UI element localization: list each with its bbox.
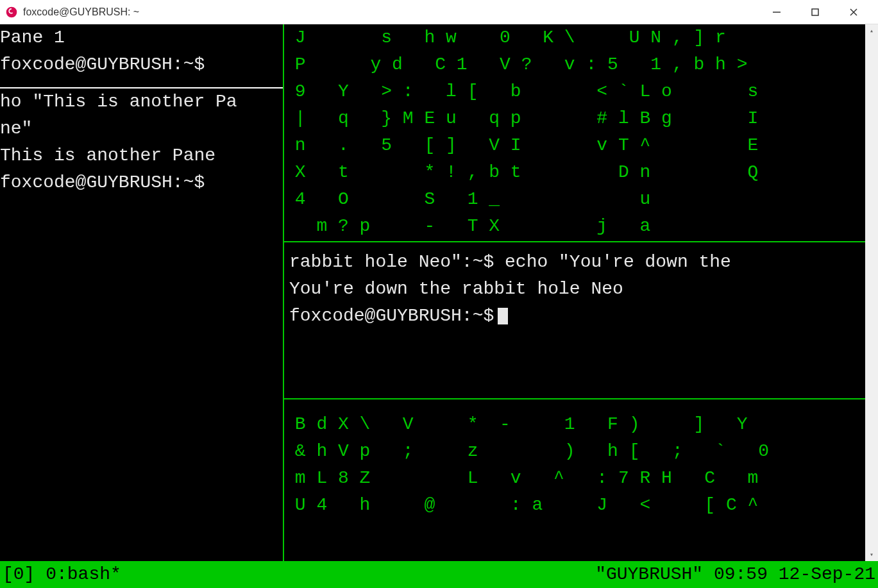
scroll-down-icon[interactable]: ▾ xyxy=(865,548,878,561)
scroll-up-icon[interactable]: ▴ xyxy=(865,24,878,37)
pane-bottom-left[interactable]: ho "This is another Pa ne" This is anoth… xyxy=(0,88,283,561)
window-controls xyxy=(757,0,873,24)
pane-matrix-top[interactable]: J s h w 0 K \ U N , ] r P y d C 1 V ? v … xyxy=(284,24,878,242)
terminal-area[interactable]: Pane 1 foxcode@GUYBRUSH:~$ ho "This is a… xyxy=(0,24,878,561)
svg-rect-2 xyxy=(812,9,818,15)
pane-middle[interactable]: rabbit hole Neo":~$ echo "You're down th… xyxy=(284,242,878,399)
minimize-button[interactable] xyxy=(757,0,796,24)
tmux-statusbar: [0] 0:bash* "GUYBRUSH" 09:59 12-Sep-21 xyxy=(0,561,878,588)
status-right: "GUYBRUSH" 09:59 12-Sep-21 xyxy=(595,561,875,588)
middle-line2: You're down the rabbit hole Neo xyxy=(289,279,623,299)
right-column: J s h w 0 K \ U N , ] r P y d C 1 V ? v … xyxy=(284,24,878,561)
window-titlebar: foxcode@GUYBRUSH: ~ xyxy=(0,0,878,24)
maximize-button[interactable] xyxy=(796,0,834,24)
pane-matrix-bottom[interactable]: B d X \ V * - 1 F ) ] Y & h V p ; z ) h … xyxy=(284,399,878,561)
window-title: foxcode@GUYBRUSH: ~ xyxy=(23,6,757,18)
status-left: [0] 0:bash* xyxy=(3,561,595,588)
debian-icon xyxy=(5,6,18,19)
middle-line1: rabbit hole Neo":~$ echo "You're down th… xyxy=(289,252,731,272)
pane-top-left[interactable]: Pane 1 foxcode@GUYBRUSH:~$ xyxy=(0,24,283,88)
close-button[interactable] xyxy=(834,0,873,24)
middle-prompt: foxcode@GUYBRUSH:~$ xyxy=(289,306,494,326)
cursor xyxy=(498,308,508,324)
scrollbar[interactable]: ▴ ▾ xyxy=(865,24,878,561)
left-column: Pane 1 foxcode@GUYBRUSH:~$ ho "This is a… xyxy=(0,24,284,561)
